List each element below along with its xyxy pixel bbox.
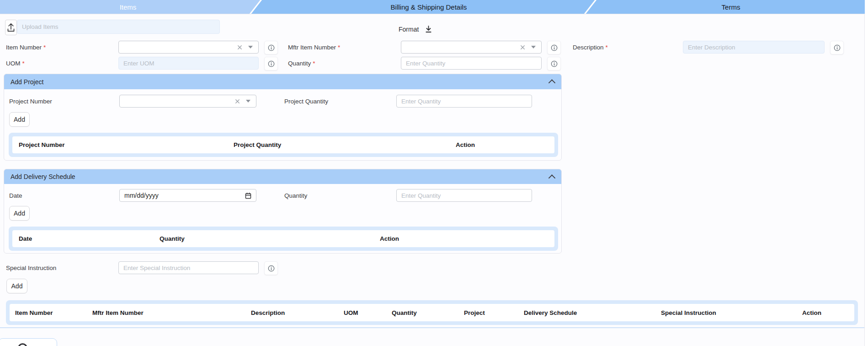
project-table-header: Project Number [19,136,65,153]
project-number-select[interactable] [119,95,256,108]
required-marker: * [22,60,25,67]
items-table-header: Description [251,304,285,321]
add-project-title: Add Project [11,78,43,86]
items-table: Item Number Mftr Item Number Description… [6,300,858,325]
project-quantity-label: Project Quantity [284,95,328,108]
uom-label: UOM* [6,57,25,70]
clear-icon[interactable] [234,98,240,104]
item-number-select[interactable] [118,41,259,54]
project-table-header-row: Project Number Project Quantity Action [12,136,554,153]
delivery-table-header: Quantity [160,230,185,247]
project-table: Project Number Project Quantity Action [9,133,558,157]
items-table-header: Mftr Item Number [92,304,144,321]
items-table-header: Project [464,304,485,321]
add-project-button[interactable]: Add [9,112,30,127]
tab-billing-shipping-details[interactable]: Billing & Shipping Details [261,0,596,14]
delivery-table-header: Date [19,230,32,247]
items-table-header: UOM [344,304,358,321]
quantity-label: Quantity* [288,57,315,70]
clear-icon[interactable] [520,44,526,50]
chevron-down-icon [246,100,250,103]
info-icon [551,60,558,67]
required-marker: * [313,60,315,67]
add-delivery-button[interactable]: Add [9,206,30,221]
upload-items-button[interactable] [5,20,17,35]
project-number-label: Project Number [9,95,52,108]
mftr-item-number-info-button[interactable] [547,41,561,54]
description-info-button[interactable] [830,41,844,54]
delivery-table-header: Action [380,230,399,247]
required-marker: * [606,44,608,51]
project-table-header: Action [456,136,475,153]
purchase-order-items-page: Items Billing & Shipping Details Terms F… [0,0,868,346]
add-item-button[interactable]: Add [6,279,27,293]
clear-icon[interactable] [237,44,243,50]
required-marker: * [338,44,340,51]
chevron-down-icon [248,46,253,49]
info-icon [268,60,275,67]
description-label: Description* [573,41,608,54]
date-input[interactable]: mm/dd/yyyy [119,189,256,202]
chevron-up-icon [548,174,555,182]
add-delivery-schedule-header: Add Delivery Schedule [4,169,561,184]
project-table-header: Project Quantity [234,136,281,153]
mftr-item-number-select[interactable] [401,41,542,54]
download-icon [425,26,432,33]
description-input[interactable] [683,41,825,54]
items-table-header-row: Item Number Mftr Item Number Description… [10,304,854,321]
tab-items[interactable]: Items [0,0,256,14]
special-instruction-info-button[interactable] [264,261,278,275]
add-delivery-schedule-panel: Add Delivery Schedule Date mm/dd/yyyy Qu… [4,169,562,254]
special-instruction-input[interactable] [118,261,259,274]
items-table-header: Quantity [392,304,417,321]
add-project-collapse-button[interactable] [548,78,556,86]
add-delivery-collapse-button[interactable] [548,173,556,181]
items-table-header: Action [802,304,821,321]
project-quantity-input[interactable] [396,95,532,108]
required-marker: * [43,44,46,51]
add-project-header: Add Project [4,74,561,89]
section-divider [0,327,864,328]
item-number-label: Item Number* [6,41,46,54]
add-project-panel: Add Project Project Number Project Quant… [4,74,562,161]
quantity-input[interactable] [401,57,542,70]
delivery-quantity-label: Quantity [284,189,307,202]
delivery-table: Date Quantity Action [9,227,558,251]
info-icon [834,44,841,51]
format-label: Format [399,23,419,36]
items-table-header: Special Instruction [661,304,716,321]
tab-bar: Items Billing & Shipping Details Terms [0,0,865,14]
date-value: mm/dd/yyyy [124,192,159,199]
calendar-icon[interactable] [245,192,251,199]
bottom-action-button[interactable] [0,338,57,346]
items-table-header: Item Number [15,304,53,321]
uom-info-button[interactable] [264,57,278,70]
format-download-button[interactable] [425,26,432,33]
circle-icon [18,343,27,346]
delivery-table-header-row: Date Quantity Action [12,230,554,247]
chevron-down-icon [531,46,536,49]
add-delivery-schedule-title: Add Delivery Schedule [11,173,75,180]
mftr-item-number-label: Mftr Item Number* [288,41,340,54]
special-instruction-label: Special Instruction [6,261,56,274]
tab-terms[interactable]: Terms [597,0,865,14]
uom-input[interactable] [118,57,259,70]
info-icon [268,265,275,272]
info-icon [268,44,275,51]
items-tab-content: Format Item Number* Mftr Item [0,14,865,346]
date-label: Date [9,189,22,202]
upload-icon [7,22,15,33]
chevron-up-icon [548,79,555,86]
quantity-info-button[interactable] [547,57,561,70]
upload-items-input[interactable] [17,20,220,34]
item-number-info-button[interactable] [264,41,278,54]
delivery-quantity-input[interactable] [396,189,532,202]
info-icon [551,44,558,51]
items-table-header: Delivery Schedule [524,304,577,321]
